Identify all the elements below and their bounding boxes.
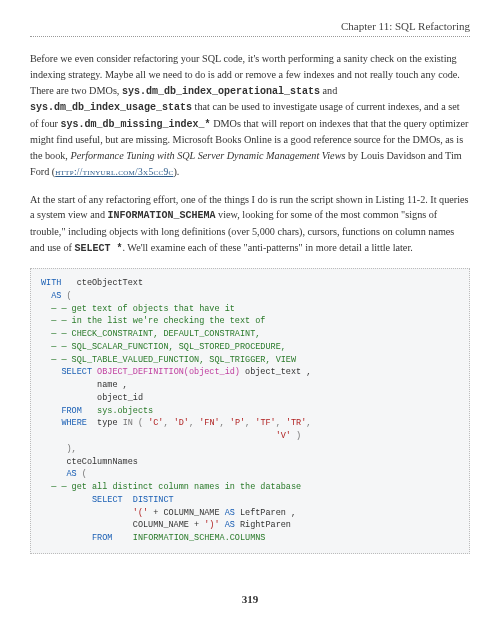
url-link[interactable]: http://tinyurl.com/3x5cc9c [55,167,173,177]
code-inline: sys.dm_db_index_usage_stats [30,102,192,113]
paragraph-1: Before we even consider refactoring your… [30,51,470,180]
code-inline: INFORMATION_SCHEMA [108,210,216,221]
chapter-header: Chapter 11: SQL Refactoring [30,20,470,37]
code-inline: sys.dm_db_missing_index_* [61,119,211,130]
code-inline: sys.dm_db_index_operational_stats [122,86,320,97]
sql-code-listing: WITH cteObjectText AS ( — — get text of … [30,268,470,554]
book-title: Performance Tuning with SQL Server Dynam… [70,150,345,161]
paragraph-2: At the start of any refactoring effort, … [30,192,470,257]
code-inline: SELECT * [74,243,122,254]
page-number: 319 [0,593,500,605]
chapter-title: Chapter 11: SQL Refactoring [341,20,470,32]
